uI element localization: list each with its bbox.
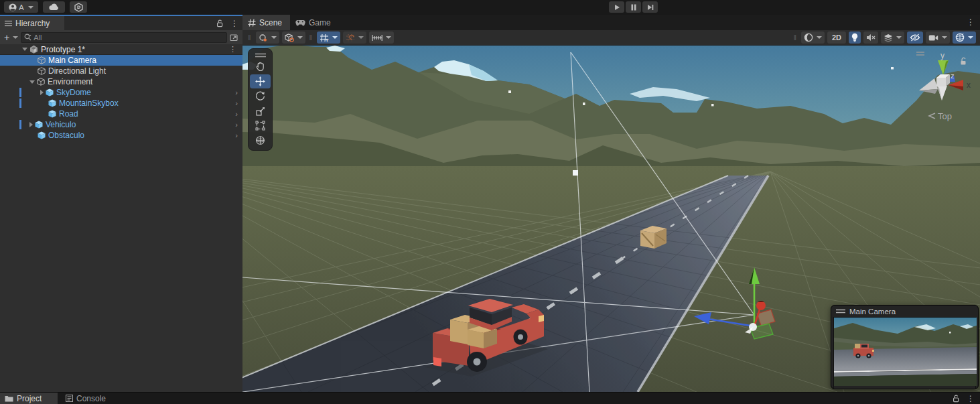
hierarchy-scene-header[interactable]: Prototype 1*⋮ <box>0 44 242 55</box>
search-placeholder: All <box>33 33 42 42</box>
step-icon <box>647 4 654 11</box>
cloud-icon <box>49 3 60 11</box>
rotate-icon <box>255 91 265 101</box>
scene-visibility-button[interactable] <box>907 31 923 44</box>
snap-settings-button[interactable] <box>343 31 366 44</box>
prefab-cube-icon <box>48 99 56 107</box>
draw-mode-button[interactable] <box>801 31 825 44</box>
scene-name-label: Prototype 1* <box>41 45 85 54</box>
shaded-sphere-icon <box>804 33 813 42</box>
grid-axis-icon: Y <box>320 33 329 42</box>
account-avatar-icon <box>9 3 17 11</box>
view-projection-label[interactable]: Top <box>938 111 952 121</box>
audio-muted-icon <box>866 33 876 42</box>
open-prefab-chevron-icon[interactable]: › <box>235 121 238 129</box>
gizmos-button[interactable] <box>953 31 976 44</box>
toggle-2d-button[interactable]: 2D <box>827 31 846 44</box>
rotate-tool[interactable] <box>250 89 271 103</box>
expand-triangle-icon[interactable] <box>29 80 35 84</box>
open-search-window-icon[interactable] <box>230 33 238 42</box>
scene-viewport[interactable]: y z x Top <box>242 46 980 392</box>
toolbar-grip[interactable]: ‖ <box>309 33 313 42</box>
open-prefab-chevron-icon[interactable]: › <box>235 88 238 96</box>
unlock-icon[interactable] <box>216 19 224 27</box>
pivot-cube-icon <box>285 33 294 42</box>
toolbar-grip[interactable]: ‖ <box>793 33 797 42</box>
axis-label-y: y <box>940 51 944 60</box>
open-prefab-chevron-icon[interactable]: › <box>235 99 238 107</box>
scene-lighting-button[interactable] <box>849 31 861 44</box>
view-hand-tool[interactable] <box>250 60 271 74</box>
overlay-menu-icon[interactable] <box>836 309 845 314</box>
chevron-down-icon <box>896 36 902 39</box>
hierarchy-item-obstaculo[interactable]: Obstaculo› <box>0 130 242 141</box>
hierarchy-item-vehiculo[interactable]: Vehiculo› <box>0 119 242 130</box>
expand-triangle-icon[interactable] <box>22 48 27 51</box>
transform-tool[interactable] <box>250 133 271 147</box>
gizmos-globe-icon <box>955 33 965 42</box>
toolbar-grip[interactable]: ‖ <box>248 33 252 42</box>
tool-settings-button[interactable] <box>256 31 279 44</box>
hierarchy-item-label: Directional Light <box>48 66 106 76</box>
step-button[interactable] <box>642 1 658 13</box>
prefab-cube-icon <box>38 131 46 139</box>
grid-hash-icon <box>248 19 256 27</box>
tools-drag-handle[interactable] <box>249 51 272 59</box>
kebab-menu-icon[interactable]: ⋮ <box>230 19 238 28</box>
transform-icon <box>255 135 265 145</box>
grid-visibility-button[interactable]: Y <box>317 31 340 44</box>
tab-console[interactable]: Console <box>58 393 114 404</box>
open-prefab-chevron-icon[interactable]: › <box>235 131 238 139</box>
rect-tool[interactable] <box>250 119 271 133</box>
hierarchy-item-skydome[interactable]: SkyDome› <box>0 87 242 98</box>
search-input[interactable]: All <box>21 32 227 43</box>
kebab-menu-icon[interactable]: ⋮ <box>967 17 975 27</box>
scene-camera-settings-button[interactable] <box>926 31 950 44</box>
chevron-down-icon <box>332 36 338 39</box>
tab-scene[interactable]: Scene <box>242 15 290 30</box>
effects-button[interactable] <box>881 31 904 44</box>
kebab-menu-icon[interactable]: ⋮ <box>967 394 975 403</box>
frustum-handle[interactable] <box>573 170 578 176</box>
kebab-menu-icon[interactable]: ⋮ <box>229 45 236 54</box>
scene-audio-button[interactable] <box>863 31 878 44</box>
scale-tool[interactable] <box>250 104 271 118</box>
play-button[interactable] <box>609 1 624 13</box>
pause-button[interactable] <box>626 1 641 13</box>
hierarchy-item-road[interactable]: Road› <box>0 109 242 119</box>
move-tool[interactable] <box>250 74 271 88</box>
unlock-icon[interactable] <box>953 395 960 403</box>
hierarchy-item-mountainskybox[interactable]: MountainSkybox› <box>0 98 242 109</box>
gameobject-cube-icon <box>38 56 46 64</box>
tab-game[interactable]: Game <box>290 15 339 30</box>
cloud-services-button[interactable] <box>43 1 65 13</box>
tab-project[interactable]: Project <box>0 393 58 404</box>
camera-preview-panel[interactable]: Main Camera <box>831 305 979 389</box>
hierarchy-item-main-camera[interactable]: Main Camera <box>0 55 242 66</box>
unity-title-bar: A <box>0 0 980 15</box>
expand-triangle-icon[interactable] <box>40 90 44 95</box>
pivot-mode-button[interactable] <box>282 31 305 44</box>
axis-cube-center[interactable] <box>936 74 950 86</box>
hierarchy-item-directional-light[interactable]: Directional Light <box>0 66 242 76</box>
tab-project-label: Project <box>17 394 42 403</box>
expand-triangle-icon[interactable] <box>29 122 33 127</box>
chevron-down-icon <box>968 36 973 39</box>
open-prefab-chevron-icon[interactable]: › <box>235 110 238 118</box>
camera-preview-image <box>834 318 977 386</box>
grid-size-button[interactable] <box>369 31 394 44</box>
tab-hierarchy[interactable]: Hierarchy <box>0 16 64 30</box>
account-button[interactable]: A <box>4 1 38 13</box>
hierarchy-item-environment[interactable]: Environment <box>0 76 242 87</box>
camera-icon <box>928 34 938 42</box>
prefab-cube-icon <box>46 88 54 96</box>
gizmo-arrow-x[interactable] <box>756 301 766 310</box>
prefab-cube-icon <box>35 121 43 129</box>
scene-toolbar: ‖ ‖ Y ‖ <box>242 30 980 46</box>
camera-preview-title: Main Camera <box>849 308 896 316</box>
version-control-button[interactable] <box>70 1 87 13</box>
create-object-button[interactable]: + <box>4 32 18 43</box>
pause-icon <box>631 4 636 11</box>
hierarchy-item-label: Environment <box>48 77 92 86</box>
axis-label-z: z <box>951 72 955 80</box>
